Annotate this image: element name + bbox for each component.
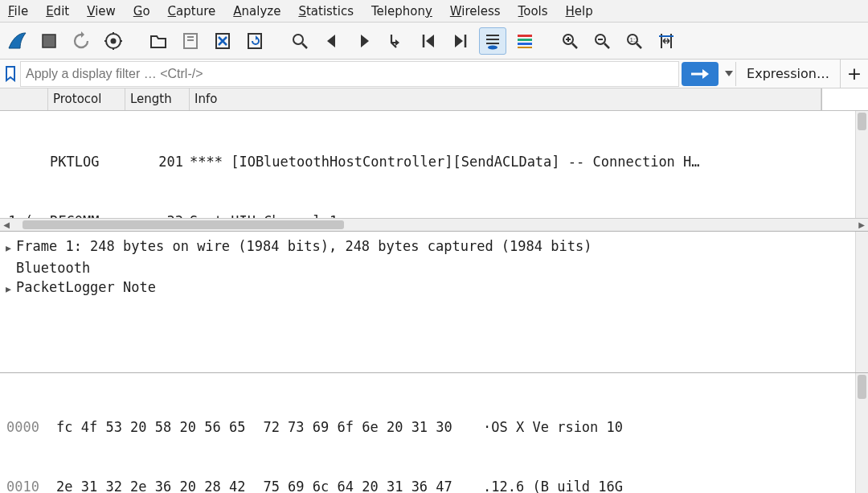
go-to-packet-icon[interactable] <box>383 27 410 55</box>
reload-file-icon[interactable] <box>241 27 268 55</box>
add-filter-button[interactable]: + <box>841 60 868 88</box>
menu-bar: File Edit View Go Capture Analyze Statis… <box>0 0 868 23</box>
packet-row[interactable]: PKTLOG201**** [IOBluetoothHostController… <box>0 152 868 172</box>
menu-analyze[interactable]: Analyze <box>230 2 284 20</box>
svg-line-13 <box>302 43 307 48</box>
packet-row[interactable]: :1 (…RFCOMM33Sent UIH Channel=1 <box>0 212 868 219</box>
svg-rect-20 <box>518 35 532 37</box>
scroll-right-arrow[interactable]: ▶ <box>855 220 868 229</box>
tree-item[interactable]: Bluetooth <box>0 258 868 278</box>
packet-list-pane: Protocol Length Info PKTLOG201**** [IOBl… <box>0 88 868 232</box>
packet-list-header: Protocol Length Info <box>0 88 868 111</box>
shark-fin-icon[interactable] <box>3 27 31 55</box>
column-spacer[interactable] <box>0 88 48 110</box>
menu-view[interactable]: View <box>84 2 119 20</box>
details-vscrollbar[interactable] <box>855 232 868 372</box>
column-info[interactable]: Info <box>190 88 821 110</box>
svg-point-12 <box>293 35 303 44</box>
go-forward-icon[interactable] <box>350 27 378 55</box>
go-back-icon[interactable] <box>318 27 346 55</box>
restart-capture-icon[interactable] <box>68 27 95 55</box>
zoom-reset-icon[interactable]: 1:1 <box>620 27 648 55</box>
scroll-left-arrow[interactable]: ◀ <box>0 220 13 229</box>
resize-columns-icon[interactable] <box>653 27 680 55</box>
packet-bytes-pane[interactable]: 0000fc 4f 53 20 58 20 56 6572 73 69 6f 6… <box>0 373 868 493</box>
svg-rect-0 <box>43 35 55 47</box>
filter-history-dropdown[interactable] <box>722 62 736 86</box>
bytes-vscrollbar[interactable] <box>855 373 868 493</box>
svg-text:1:1: 1:1 <box>630 36 640 43</box>
expand-icon[interactable]: ▸ <box>0 236 16 258</box>
go-first-icon[interactable] <box>415 27 442 55</box>
menu-telephony[interactable]: Telephony <box>368 2 436 20</box>
menu-file[interactable]: File <box>5 2 31 20</box>
svg-point-19 <box>488 45 497 49</box>
bookmark-icon[interactable] <box>0 66 21 82</box>
zoom-out-icon[interactable] <box>588 27 616 55</box>
hex-row[interactable]: 0000fc 4f 53 20 58 20 56 6572 73 69 6f 6… <box>6 417 868 438</box>
auto-scroll-icon[interactable] <box>479 27 506 55</box>
tree-item[interactable]: ▸PacketLogger Note <box>0 277 868 299</box>
column-length[interactable]: Length <box>125 88 190 110</box>
packet-list-hscrollbar[interactable]: ◀ ▶ <box>0 218 868 231</box>
menu-edit[interactable]: Edit <box>43 2 72 20</box>
menu-statistics[interactable]: Statistics <box>295 2 357 20</box>
svg-line-25 <box>572 43 577 48</box>
packet-details-pane[interactable]: ▸Frame 1: 248 bytes on wire (1984 bits),… <box>0 232 868 373</box>
go-last-icon[interactable] <box>447 27 474 55</box>
svg-rect-21 <box>518 39 532 41</box>
svg-point-2 <box>111 38 117 43</box>
column-protocol[interactable]: Protocol <box>48 88 125 110</box>
hex-row[interactable]: 00102e 31 32 2e 36 20 28 4275 69 6c 64 2… <box>6 477 868 494</box>
menu-help[interactable]: Help <box>563 2 596 20</box>
save-file-icon[interactable] <box>177 27 204 55</box>
menu-go[interactable]: Go <box>130 2 154 20</box>
menu-wireless[interactable]: Wireless <box>447 2 504 20</box>
display-filter-input[interactable] <box>21 62 678 86</box>
toolbar: 1:1 <box>0 23 868 60</box>
menu-capture[interactable]: Capture <box>165 2 219 20</box>
tree-item[interactable]: ▸Frame 1: 248 bytes on wire (1984 bits),… <box>0 236 868 258</box>
svg-line-32 <box>637 43 641 48</box>
packet-list-vscrollbar[interactable] <box>855 111 868 218</box>
expression-button[interactable]: Expression… <box>736 60 841 88</box>
find-icon[interactable] <box>286 27 313 55</box>
expand-icon[interactable]: ▸ <box>0 277 16 299</box>
svg-rect-23 <box>518 47 532 48</box>
apply-filter-button[interactable] <box>682 62 719 86</box>
colorize-icon[interactable] <box>511 27 538 55</box>
column-scroll-spacer <box>821 88 868 110</box>
packet-list-rows[interactable]: PKTLOG201**** [IOBluetoothHostController… <box>0 111 868 218</box>
open-file-icon[interactable] <box>145 27 172 55</box>
svg-line-29 <box>604 43 609 48</box>
display-filter-bar: Expression… + <box>0 60 868 88</box>
stop-capture-icon[interactable] <box>35 27 63 55</box>
capture-options-icon[interactable] <box>100 27 127 55</box>
svg-rect-22 <box>518 43 532 45</box>
close-file-icon[interactable] <box>209 27 236 55</box>
zoom-in-icon[interactable] <box>556 27 583 55</box>
menu-tools[interactable]: Tools <box>515 2 551 20</box>
